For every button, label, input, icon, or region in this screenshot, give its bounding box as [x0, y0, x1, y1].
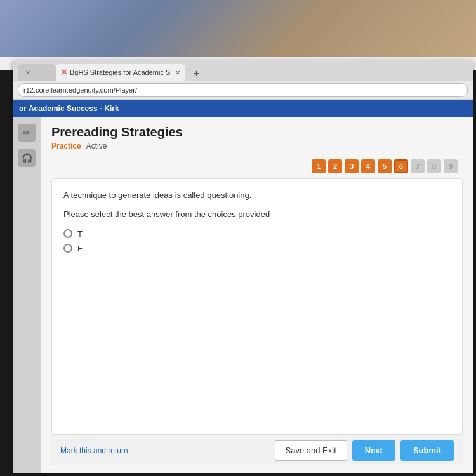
question-header: Prereading Strategies Practice Active [51, 125, 463, 150]
radio-false[interactable] [63, 244, 72, 253]
headphone-icon[interactable]: 🎧 [18, 149, 36, 167]
browser-tab-active[interactable]: ✕ BgHS Strategies for Academic S ✕ [56, 64, 185, 81]
answer-option-false[interactable]: F [63, 244, 451, 253]
pencil-icon[interactable]: ✏ [18, 124, 36, 142]
option-true-label: T [77, 229, 83, 239]
browser-frame: ✕ ✕ BgHS Strategies for Academic S ✕ + r… [13, 60, 473, 473]
nav-bar-title: or Academic Success - Kirk [19, 104, 119, 113]
lesson-meta: Practice Active [51, 142, 463, 150]
photo-background [0, 0, 476, 70]
main-panel: Prereading Strategies Practice Active 1 … [41, 117, 473, 473]
question-num-4[interactable]: 4 [361, 159, 375, 173]
tab-close-active-icon[interactable]: ✕ [175, 69, 180, 76]
question-num-3[interactable]: 3 [345, 159, 359, 173]
question-number-row: 1 2 3 4 5 6 7 8 9 [51, 159, 463, 173]
question-num-9[interactable]: 9 [444, 159, 458, 173]
lesson-title: Prereading Strategies [51, 125, 463, 140]
question-instruction: Please select the best answer from the c… [63, 209, 451, 219]
tab-x-brand-icon: ✕ [61, 68, 67, 77]
question-num-8[interactable]: 8 [427, 159, 441, 173]
address-input[interactable]: r12.core.learn.edgenuity.com/Player/ [18, 83, 468, 97]
question-num-5[interactable]: 5 [378, 159, 392, 173]
browser-tab-inactive[interactable]: ✕ [18, 64, 56, 81]
question-box: A technique to generate ideas is called … [51, 178, 463, 435]
active-label: Active [86, 142, 107, 150]
nav-bar: or Academic Success - Kirk [13, 100, 473, 117]
left-sidebar: ✏ 🎧 [13, 117, 41, 473]
save-exit-button[interactable]: Save and Exit [275, 440, 347, 461]
tab-bar: ✕ ✕ BgHS Strategies for Academic S ✕ + [13, 60, 473, 81]
question-text: A technique to generate ideas is called … [63, 189, 451, 202]
option-false-label: F [77, 244, 83, 253]
next-button[interactable]: Next [352, 440, 395, 461]
address-bar: r12.core.learn.edgenuity.com/Player/ [13, 81, 473, 100]
answer-option-true[interactable]: T [63, 229, 451, 239]
question-num-2[interactable]: 2 [328, 159, 342, 173]
question-num-6[interactable]: 6 [394, 159, 408, 173]
content-area: ✏ 🎧 Prereading Strategies Practice Activ… [13, 117, 473, 473]
mark-return-link[interactable]: Mark this and return [60, 446, 128, 455]
new-tab-button[interactable]: + [188, 67, 204, 81]
bottom-buttons: Save and Exit Next Submit [275, 440, 454, 461]
bottom-bar: Mark this and return Save and Exit Next … [51, 435, 463, 465]
practice-label: Practice [51, 142, 81, 150]
submit-button[interactable]: Submit [400, 440, 454, 461]
tab-label: BgHS Strategies for Academic S [70, 69, 170, 76]
question-num-7[interactable]: 7 [411, 159, 425, 173]
radio-true[interactable] [63, 229, 72, 238]
address-text: r12.core.learn.edgenuity.com/Player/ [23, 86, 137, 94]
answer-options: T F [63, 229, 451, 253]
question-num-1[interactable]: 1 [312, 159, 326, 173]
tab-close-icon[interactable]: ✕ [25, 69, 30, 76]
